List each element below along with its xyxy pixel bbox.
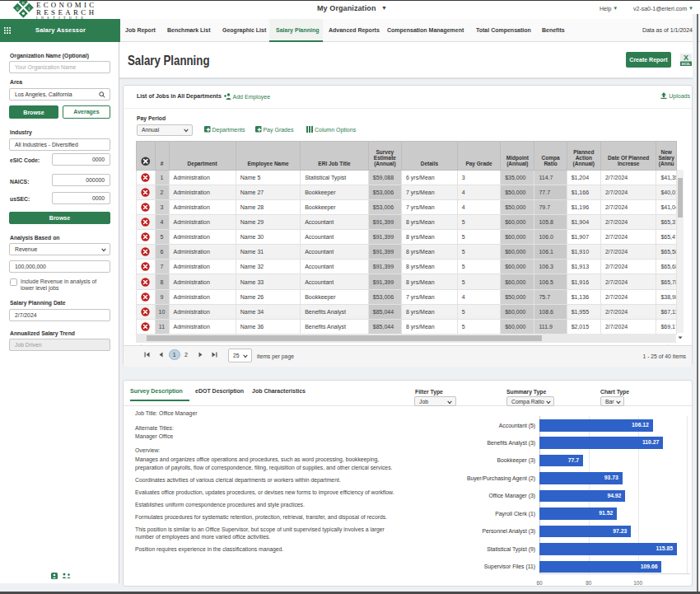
- svg-text:E: E: [16, 7, 19, 11]
- svg-text:EXCEL: EXCEL: [682, 63, 691, 66]
- svg-text:R: R: [22, 1, 25, 5]
- svg-text:X: X: [684, 54, 688, 62]
